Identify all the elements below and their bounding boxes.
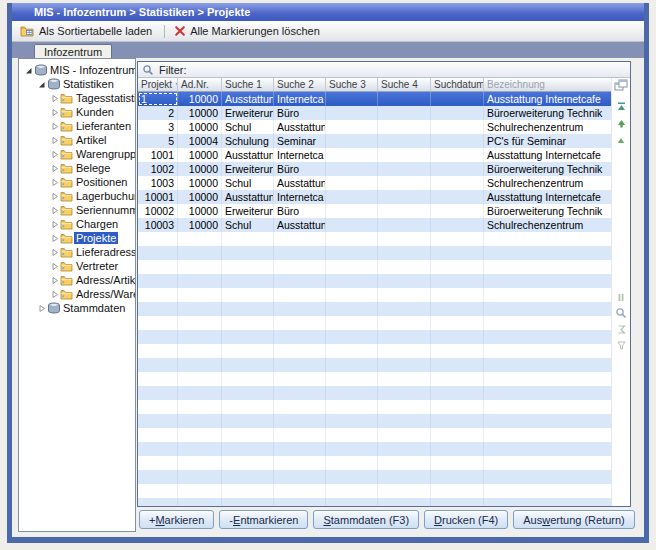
table-cell[interactable]: Schulrechenzentrum	[484, 176, 612, 190]
table-cell[interactable]: Ausstattung Internetcafe	[484, 190, 612, 204]
table-cell[interactable]	[178, 330, 222, 344]
table-row[interactable]: 100210000ErweiterunBüroBüroerweiterung T…	[138, 162, 612, 176]
table-cell[interactable]	[274, 316, 326, 330]
table-cell[interactable]	[326, 162, 378, 176]
funnel-icon[interactable]	[612, 338, 630, 352]
table-cell[interactable]	[178, 470, 222, 484]
table-cell[interactable]	[222, 400, 274, 414]
table-row-empty[interactable]	[138, 302, 612, 316]
table-cell[interactable]	[178, 358, 222, 372]
expander-collapsed-icon[interactable]	[49, 122, 59, 131]
table-cell[interactable]	[138, 260, 178, 274]
table-cell[interactable]	[431, 218, 484, 232]
table-cell[interactable]	[431, 456, 484, 470]
table-cell[interactable]	[138, 316, 178, 330]
table-cell[interactable]	[484, 484, 612, 498]
table-cell[interactable]	[178, 414, 222, 428]
table-cell[interactable]	[138, 400, 178, 414]
table-cell[interactable]	[138, 456, 178, 470]
table-cell[interactable]	[431, 386, 484, 400]
table-cell[interactable]	[378, 302, 431, 316]
table-cell[interactable]	[431, 442, 484, 456]
table-cell[interactable]	[378, 470, 431, 484]
table-cell[interactable]	[326, 92, 378, 106]
table-cell[interactable]	[274, 302, 326, 316]
table-cell[interactable]	[378, 246, 431, 260]
table-cell[interactable]	[431, 246, 484, 260]
tree-item-belege[interactable]: Belege	[19, 161, 135, 175]
table-cell[interactable]	[484, 316, 612, 330]
table-cell[interactable]	[484, 232, 612, 246]
table-cell[interactable]: 10000	[178, 162, 222, 176]
table-cell[interactable]	[326, 372, 378, 386]
table-cell[interactable]	[178, 498, 222, 506]
table-cell[interactable]	[378, 484, 431, 498]
table-cell[interactable]	[326, 148, 378, 162]
table-cell[interactable]	[222, 274, 274, 288]
table-cell[interactable]: 10002	[138, 204, 178, 218]
table-cell[interactable]	[378, 190, 431, 204]
column-header-ad-nr[interactable]: Ad.Nr.	[178, 78, 222, 92]
table-cell[interactable]	[274, 484, 326, 498]
table-cell[interactable]: Büro	[274, 204, 326, 218]
table-cell[interactable]	[138, 484, 178, 498]
expander-collapsed-icon[interactable]	[49, 262, 59, 271]
table-cell[interactable]	[378, 260, 431, 274]
tree-item-tagesstatistik[interactable]: Tagesstatistik	[19, 91, 135, 105]
table-cell[interactable]	[431, 190, 484, 204]
table-cell[interactable]	[378, 218, 431, 232]
table-cell[interactable]	[138, 386, 178, 400]
table-cell[interactable]	[378, 358, 431, 372]
table-row[interactable]: 1000210000ErweiterunBüroBüroerweiterung …	[138, 204, 612, 218]
expander-collapsed-icon[interactable]	[49, 192, 59, 201]
table-cell[interactable]	[378, 176, 431, 190]
table-cell[interactable]	[431, 176, 484, 190]
table-cell[interactable]	[274, 232, 326, 246]
table-row-empty[interactable]	[138, 344, 612, 358]
table-row-empty[interactable]	[138, 372, 612, 386]
table-cell[interactable]	[138, 414, 178, 428]
tree-item-lagerbuchungen[interactable]: Lagerbuchungen	[19, 189, 135, 203]
filter-bar[interactable]: Filter:	[138, 62, 630, 78]
table-cell[interactable]	[378, 400, 431, 414]
table-cell[interactable]	[274, 288, 326, 302]
auswertung-button[interactable]: Auswertung (Return)	[513, 510, 635, 529]
table-cell[interactable]	[326, 470, 378, 484]
table-cell[interactable]	[378, 148, 431, 162]
table-cell[interactable]	[222, 246, 274, 260]
table-cell[interactable]	[222, 358, 274, 372]
table-cell[interactable]	[431, 372, 484, 386]
table-cell[interactable]	[178, 400, 222, 414]
table-cell[interactable]	[326, 120, 378, 134]
table-cell[interactable]	[484, 442, 612, 456]
table-cell[interactable]: Büroerweiterung Technik	[484, 162, 612, 176]
tree-item-artikel[interactable]: Artikel	[19, 133, 135, 147]
table-cell[interactable]	[138, 274, 178, 288]
table-cell[interactable]	[274, 400, 326, 414]
table-cell[interactable]	[274, 428, 326, 442]
table-cell[interactable]	[431, 134, 484, 148]
column-header-bezeichnung[interactable]: Bezeichnung	[484, 78, 612, 92]
expander-collapsed-icon[interactable]	[49, 150, 59, 159]
table-cell[interactable]	[378, 442, 431, 456]
table-cell[interactable]	[378, 330, 431, 344]
table-cell[interactable]	[431, 344, 484, 358]
table-cell[interactable]	[431, 204, 484, 218]
expander-collapsed-icon[interactable]	[36, 304, 46, 313]
entmarkieren-button[interactable]: - Entmarkieren	[219, 510, 308, 529]
table-cell[interactable]: Erweiterun	[222, 162, 274, 176]
table-cell[interactable]	[178, 260, 222, 274]
load-sort-table-button[interactable]: Als Sortiertabelle laden	[17, 24, 158, 38]
table-cell[interactable]	[178, 456, 222, 470]
table-cell[interactable]	[222, 288, 274, 302]
table-cell[interactable]	[431, 120, 484, 134]
table-cell[interactable]: Schul	[222, 120, 274, 134]
tree-item-warengruppen[interactable]: Warengruppen	[19, 147, 135, 161]
table-cell[interactable]	[484, 400, 612, 414]
table-cell[interactable]	[431, 484, 484, 498]
table-row[interactable]: 1000110000AusstattunInternetcaAusstattun…	[138, 190, 612, 204]
table-cell[interactable]: Ausstattun	[222, 92, 274, 106]
table-cell[interactable]	[378, 372, 431, 386]
table-cell[interactable]	[378, 232, 431, 246]
table-cell[interactable]	[378, 414, 431, 428]
